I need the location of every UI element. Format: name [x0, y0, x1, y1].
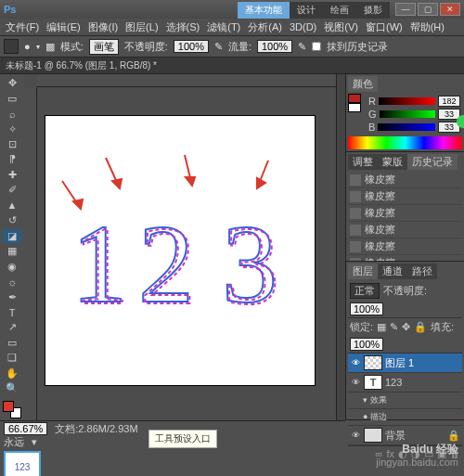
- marquee-tool[interactable]: ▭: [3, 91, 21, 105]
- tab-painting[interactable]: 绘画: [323, 2, 356, 19]
- lock-pixel-icon[interactable]: ✎: [390, 321, 398, 333]
- heal-tool[interactable]: ✚: [3, 168, 21, 182]
- tooltip: 工具预设入口: [148, 430, 217, 448]
- 3d-tool[interactable]: ❏: [3, 351, 21, 365]
- close-button[interactable]: ✕: [440, 3, 460, 16]
- layer-thumb[interactable]: [364, 428, 382, 443]
- ruler-vertical[interactable]: [24, 87, 37, 420]
- opacity-input[interactable]: 100%: [174, 40, 209, 53]
- color-tab[interactable]: 颜色: [348, 76, 378, 92]
- menu-layer[interactable]: 图层(L): [122, 20, 161, 34]
- lock-icon: 🔒: [447, 430, 460, 442]
- lasso-tool[interactable]: ⌕: [3, 107, 21, 121]
- menu-help[interactable]: 帮助(H): [406, 20, 448, 34]
- menu-select[interactable]: 选择(S): [162, 20, 204, 34]
- history-item[interactable]: 橡皮擦: [348, 255, 462, 262]
- history-item[interactable]: 橡皮擦: [348, 238, 462, 255]
- tab-essentials[interactable]: 基本功能: [238, 2, 290, 19]
- crop-tool[interactable]: ⊡: [3, 137, 21, 151]
- path-tool[interactable]: ↗: [3, 320, 21, 334]
- history-item[interactable]: 橡皮擦: [348, 172, 462, 188]
- layer-row[interactable]: ▾ 效果: [348, 392, 462, 409]
- r-slider[interactable]: [379, 97, 435, 105]
- layer-thumb[interactable]: [364, 355, 382, 370]
- frame-thumbnail[interactable]: 123: [4, 451, 41, 476]
- canvas[interactable]: .num{font-family:Georgia,serif;font-size…: [45, 116, 315, 385]
- mode-select[interactable]: 画笔: [89, 39, 119, 55]
- history-tab[interactable]: 历史记录: [407, 154, 458, 170]
- color-spectrum[interactable]: [348, 136, 462, 149]
- menu-filter[interactable]: 滤镜(T): [203, 20, 244, 34]
- eraser-icon[interactable]: [4, 39, 19, 54]
- zoom-field[interactable]: 66.67%: [4, 422, 47, 435]
- menu-file[interactable]: 文件(F): [2, 20, 43, 34]
- menu-analysis[interactable]: 分析(A): [244, 20, 286, 34]
- menu-window[interactable]: 窗口(W): [362, 20, 406, 34]
- fill-label: 填充:: [431, 320, 454, 334]
- zoom-tool[interactable]: 🔍: [3, 381, 21, 395]
- layer-thumb[interactable]: T: [364, 375, 382, 390]
- title-bar: Ps 基本功能 设计 绘画 摄影 — ▢ ✕: [0, 0, 464, 19]
- dock-strip[interactable]: [336, 74, 345, 420]
- fg-color[interactable]: [3, 401, 14, 412]
- g-slider[interactable]: [380, 110, 435, 118]
- dodge-tool[interactable]: ☼: [3, 275, 21, 289]
- tab-design[interactable]: 设计: [290, 2, 323, 19]
- lock-all-icon[interactable]: 🔒: [414, 321, 427, 333]
- type-tool[interactable]: T: [3, 305, 21, 319]
- maximize-button[interactable]: ▢: [418, 3, 438, 16]
- channels-tab[interactable]: 通道: [378, 264, 407, 279]
- paths-tab[interactable]: 路径: [407, 264, 437, 279]
- pen-tool[interactable]: ✒: [3, 289, 21, 303]
- color-swatches[interactable]: [3, 401, 21, 418]
- lock-trans-icon[interactable]: ▦: [377, 321, 386, 333]
- stamp-tool[interactable]: ▲: [3, 199, 21, 212]
- r-value[interactable]: 182: [438, 96, 460, 107]
- menu-view[interactable]: 视图(V): [320, 20, 362, 34]
- layer-row[interactable]: 👁图层 1: [348, 354, 462, 373]
- adjust-tab[interactable]: 调整: [348, 154, 378, 170]
- fill-input[interactable]: 100%: [350, 338, 383, 351]
- erase-history-checkbox[interactable]: [312, 42, 321, 51]
- hand-tool[interactable]: ✋: [3, 367, 21, 380]
- move-tool[interactable]: ✥: [3, 76, 21, 90]
- blend-mode-select[interactable]: 正常: [350, 283, 380, 299]
- history-brush-tool[interactable]: ↺: [3, 213, 21, 227]
- bg-chip[interactable]: [348, 103, 361, 112]
- blur-tool[interactable]: ◉: [3, 259, 21, 273]
- eyedropper-tool[interactable]: ⁋: [3, 152, 21, 166]
- svg-marker-9: [112, 179, 122, 188]
- menu-edit[interactable]: 编辑(E): [43, 20, 84, 34]
- airbrush-icon[interactable]: ✎: [298, 41, 306, 53]
- history-item[interactable]: 橡皮擦: [348, 222, 462, 238]
- layer-opacity-input[interactable]: 100%: [350, 302, 383, 315]
- visibility-icon[interactable]: 👁: [350, 357, 361, 368]
- history-item[interactable]: 橡皮擦: [348, 188, 462, 205]
- ruler-horizontal[interactable]: [37, 74, 336, 87]
- b-slider[interactable]: [378, 123, 435, 131]
- visibility-icon[interactable]: 👁: [350, 377, 361, 388]
- lock-pos-icon[interactable]: ✥: [402, 321, 410, 333]
- fg-chip[interactable]: [348, 94, 361, 103]
- eraser-icon: [350, 208, 361, 219]
- document-tab[interactable]: 未标题-1 @ 66.7% (图层 1, RGB/8) *: [0, 58, 464, 74]
- minimize-button[interactable]: —: [395, 3, 416, 16]
- eraser-tool[interactable]: ◪: [3, 229, 21, 243]
- svg-text:2: 2: [140, 204, 196, 328]
- layer-row[interactable]: 👁T123: [348, 373, 462, 392]
- flow-input[interactable]: 100%: [257, 40, 292, 53]
- visibility-icon[interactable]: 👁: [350, 430, 361, 441]
- menu-image[interactable]: 图像(I): [84, 20, 122, 34]
- tab-photo[interactable]: 摄影: [356, 2, 390, 19]
- mask-tab[interactable]: 蒙版: [378, 154, 407, 170]
- tablet-opacity-icon[interactable]: ✎: [214, 41, 223, 53]
- shape-tool[interactable]: ▭: [3, 336, 21, 350]
- wand-tool[interactable]: ✧: [3, 122, 21, 135]
- menu-3d[interactable]: 3D(D): [286, 21, 320, 32]
- brush-tool[interactable]: ✐: [3, 183, 21, 197]
- layer-row[interactable]: ● 描边: [348, 409, 462, 426]
- options-bar: ●▾ ▩ 模式: 画笔 不透明度: 100% ✎ 流量: 100% ✎ 抹到历史…: [0, 35, 464, 58]
- history-item[interactable]: 橡皮擦: [348, 205, 462, 222]
- gradient-tool[interactable]: ▦: [3, 244, 21, 258]
- layers-tab[interactable]: 图层: [348, 264, 378, 279]
